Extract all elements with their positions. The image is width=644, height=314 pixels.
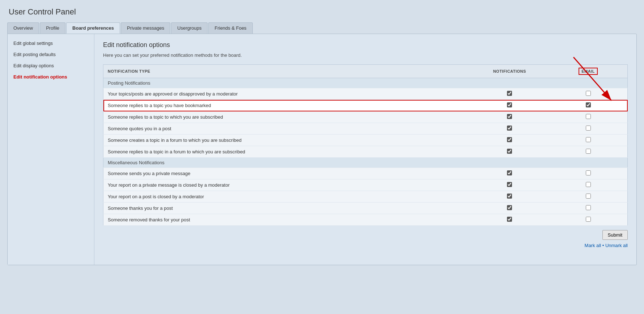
notification-checkbox-cell [470, 191, 549, 203]
sidebar-item-edit-display-options[interactable]: Edit display options [8, 60, 94, 71]
notification-checkbox-cell [470, 88, 549, 100]
section-title: Edit notification options [103, 41, 628, 49]
notification-label: Someone creates a topic in a forum to wh… [103, 135, 470, 146]
notification-label: Someone replies to a topic in a forum to… [103, 146, 470, 158]
notification-label: Someone thanks you for a post [103, 203, 470, 214]
email-checkbox-cell [549, 146, 628, 158]
notification-checkbox[interactable] [507, 217, 512, 222]
email-checkbox-cell [549, 100, 628, 111]
notification-checkbox[interactable] [507, 137, 512, 142]
tab-friends-foes[interactable]: Friends & Foes [208, 22, 252, 34]
table-row: Someone replies to a topic to which you … [103, 111, 628, 123]
col-header-notifications: NOTIFICATIONS [470, 65, 549, 78]
email-checkbox-cell [549, 191, 628, 203]
tabs-bar: Overview Profile Board preferences Priva… [7, 22, 637, 34]
notification-table: NOTIFICATION TYPE NOTIFICATIONS EMAIL Po… [103, 64, 628, 226]
sidebar: Edit global settings Edit posting defaul… [8, 34, 94, 265]
notification-checkbox[interactable] [507, 91, 512, 96]
category-row: Posting Notifications [103, 78, 628, 88]
notification-checkbox[interactable] [507, 126, 512, 131]
table-row: Someone creates a topic in a forum to wh… [103, 135, 628, 146]
table-row: Someone quotes you in a post [103, 123, 628, 135]
notification-checkbox[interactable] [507, 149, 512, 154]
notification-checkbox[interactable] [507, 114, 512, 119]
email-checkbox[interactable] [586, 91, 591, 96]
email-checkbox-cell [549, 179, 628, 191]
category-row: Miscellaneous Notifications [103, 158, 628, 168]
notification-label: Someone quotes you in a post [103, 123, 470, 135]
email-checkbox[interactable] [586, 149, 591, 154]
tab-usergroups[interactable]: Usergroups [171, 22, 208, 34]
mark-all-link[interactable]: Mark all [585, 243, 601, 248]
tab-private-messages[interactable]: Private messages [121, 22, 170, 34]
email-checkbox-cell [549, 203, 628, 214]
notification-label: Someone replies to a topic to which you … [103, 111, 470, 123]
sidebar-item-edit-posting-defaults[interactable]: Edit posting defaults [8, 49, 94, 60]
email-checkbox[interactable] [586, 217, 591, 222]
section-desc: Here you can set your preferred notifica… [103, 52, 628, 58]
email-checkbox[interactable] [586, 126, 591, 131]
notification-label: Someone replies to a topic you have book… [103, 100, 470, 111]
notification-checkbox-cell [470, 123, 549, 135]
notification-checkbox-cell [470, 146, 549, 158]
email-checkbox-cell [549, 168, 628, 179]
notification-checkbox-cell [470, 179, 549, 191]
tab-profile[interactable]: Profile [40, 22, 65, 34]
mark-links: Mark all • Unmark all [103, 241, 628, 250]
table-row: Someone thanks you for a post [103, 203, 628, 214]
notification-checkbox-cell [470, 203, 549, 214]
notification-label: Your report on a private message is clos… [103, 179, 470, 191]
sidebar-item-edit-notification-options[interactable]: Edit notification options [8, 71, 94, 82]
email-checkbox[interactable] [586, 170, 591, 175]
email-checkbox[interactable] [586, 102, 591, 107]
email-checkbox-cell [549, 111, 628, 123]
submit-button[interactable]: Submit [602, 230, 628, 240]
email-checkbox-cell [549, 123, 628, 135]
notification-checkbox[interactable] [507, 170, 512, 175]
page-title: User Control Panel [7, 7, 637, 17]
notification-checkbox[interactable] [507, 194, 512, 199]
table-row: Your report on a private message is clos… [103, 179, 628, 191]
table-row: Someone removed thanks for your post [103, 214, 628, 226]
table-row: Your report on a post is closed by a mod… [103, 191, 628, 203]
table-row: Your topics/posts are approved or disapp… [103, 88, 628, 100]
email-checkbox[interactable] [586, 205, 591, 210]
email-checkbox[interactable] [586, 114, 591, 119]
notification-label: Someone sends you a private message [103, 168, 470, 179]
col-header-email: EMAIL [549, 65, 628, 78]
notification-label: Your topics/posts are approved or disapp… [103, 88, 470, 100]
notification-label: Someone removed thanks for your post [103, 214, 470, 226]
table-row: Someone replies to a topic you have book… [103, 100, 628, 111]
content-area: Edit notification options Here you can s… [94, 34, 636, 265]
notification-label: Your report on a post is closed by a mod… [103, 191, 470, 203]
email-checkbox[interactable] [586, 137, 591, 142]
table-row: Someone sends you a private message [103, 168, 628, 179]
unmark-all-link[interactable]: Unmark all [605, 243, 628, 248]
notification-checkbox-cell [470, 168, 549, 179]
col-header-type: NOTIFICATION TYPE [103, 65, 470, 78]
notification-checkbox-cell [470, 214, 549, 226]
table-row: Someone replies to a topic in a forum to… [103, 146, 628, 158]
tab-board-preferences[interactable]: Board preferences [66, 22, 120, 34]
main-panel: Edit global settings Edit posting defaul… [7, 34, 637, 265]
email-checkbox-cell [549, 135, 628, 146]
submit-bar: Submit [103, 226, 628, 241]
notification-checkbox-cell [470, 111, 549, 123]
email-checkbox[interactable] [586, 182, 591, 187]
email-checkbox-cell [549, 88, 628, 100]
email-header-label: EMAIL [579, 68, 598, 75]
notification-checkbox[interactable] [507, 102, 512, 107]
notification-checkbox-cell [470, 100, 549, 111]
notification-checkbox-cell [470, 135, 549, 146]
tab-overview[interactable]: Overview [7, 22, 39, 34]
notification-checkbox[interactable] [507, 182, 512, 187]
notification-checkbox[interactable] [507, 205, 512, 210]
separator: • [602, 243, 605, 248]
email-checkbox[interactable] [586, 194, 591, 199]
sidebar-item-edit-global-settings[interactable]: Edit global settings [8, 38, 94, 49]
email-checkbox-cell [549, 214, 628, 226]
